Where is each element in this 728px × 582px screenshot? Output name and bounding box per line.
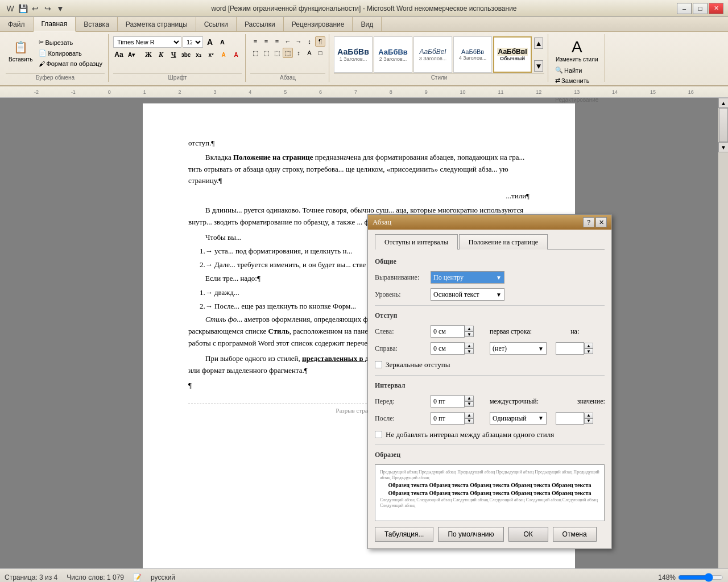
shading-button[interactable]: A <box>304 48 315 58</box>
increase-indent-button[interactable]: → <box>293 36 304 47</box>
znachenie-up[interactable]: ▲ <box>584 413 593 418</box>
sleva-up[interactable]: ▲ <box>465 326 474 331</box>
word-icon[interactable]: W <box>5 3 16 14</box>
style-h2[interactable]: АаБбВв 2 Заголов... <box>374 36 412 73</box>
tabulyaciya-button[interactable]: Табуляция... <box>375 527 433 542</box>
sleva-input[interactable]: 0 см <box>431 325 465 338</box>
align-right-button[interactable]: ⬚ <box>272 48 282 58</box>
tab-review[interactable]: Рецензирование <box>284 17 353 31</box>
window-title: word [Режим ограниченной функциональност… <box>211 5 516 13</box>
paste-button[interactable]: 📋 Вставить <box>6 36 35 64</box>
sprava-up[interactable]: ▲ <box>465 343 474 348</box>
after-input[interactable]: 0 пт <box>431 412 465 425</box>
font-color-button[interactable]: A <box>230 49 242 60</box>
line-spacing-select[interactable]: Одинарный ▼ <box>490 412 547 425</box>
show-formatting-button[interactable]: ¶ <box>315 36 325 47</box>
dialog-tab-position[interactable]: Положение на странице <box>459 234 548 250</box>
underline-button[interactable]: Ч <box>168 49 179 60</box>
sleva-down[interactable]: ▼ <box>465 331 474 337</box>
subscript-button[interactable]: x₂ <box>193 49 204 60</box>
cut-button[interactable]: ✂ Вырезать <box>36 38 105 47</box>
tab-mailings[interactable]: Рассылки <box>237 17 284 31</box>
sort-button[interactable]: ↕ <box>304 36 315 47</box>
before-up[interactable]: ▲ <box>465 396 474 401</box>
align-select[interactable]: По центру ▼ <box>431 271 504 284</box>
scroll-down-button[interactable]: ▼ <box>718 142 728 152</box>
tab-file[interactable]: Файл <box>0 17 34 31</box>
undo-button[interactable]: ↩ <box>30 3 41 14</box>
bold-button[interactable]: Ж <box>143 49 154 60</box>
level-select[interactable]: Основной текст ▼ <box>431 288 504 301</box>
sprava-down[interactable]: ▼ <box>465 348 474 354</box>
multilevel-list-button[interactable]: ≡ <box>272 36 282 47</box>
tab-insert[interactable]: Вставка <box>76 17 118 31</box>
scroll-up-button[interactable]: ▲ <box>718 98 728 108</box>
style-normal[interactable]: АаБбВвI Обычный <box>493 36 532 73</box>
change-case-button[interactable]: Aa <box>113 49 125 60</box>
copy-icon: 📄 <box>39 49 47 57</box>
before-down[interactable]: ▼ <box>465 401 474 407</box>
style-h1[interactable]: АаБбВв 1 Заголов... <box>334 36 373 73</box>
strikethrough-button[interactable]: зbc <box>180 49 192 60</box>
close-button[interactable]: ✕ <box>709 3 723 14</box>
quick-access-more[interactable]: ▼ <box>55 3 66 14</box>
align-justify-button[interactable]: ⬚ <box>283 48 293 58</box>
vertical-scrollbar[interactable]: ▲ ▼ <box>718 98 728 568</box>
document-scroll[interactable]: отступ.¶ Вкладка Положение на странице п… <box>0 98 718 568</box>
tab-references[interactable]: Ссылки <box>196 17 237 31</box>
znachenie-input[interactable] <box>556 412 584 425</box>
ok-button[interactable]: ОК <box>508 527 548 542</box>
scroll-track[interactable] <box>718 108 728 142</box>
no-interval-checkbox[interactable] <box>375 431 382 438</box>
na-up[interactable]: ▲ <box>584 343 593 348</box>
znachenie-down[interactable]: ▼ <box>584 418 593 424</box>
font-size-select[interactable]: 12 <box>183 36 203 48</box>
tab-view[interactable]: Вид <box>353 17 382 31</box>
styles-scroll-up[interactable]: ▲ <box>534 38 543 49</box>
align-left-button[interactable]: ⬚ <box>250 48 260 58</box>
redo-button[interactable]: ↪ <box>42 3 53 14</box>
minimize-button[interactable]: – <box>677 3 692 14</box>
change-styles-button[interactable]: A Изменить стили <box>553 36 601 64</box>
after-down[interactable]: ▼ <box>465 418 474 424</box>
superscript-button[interactable]: x² <box>205 49 217 60</box>
dialog-tab-intervals[interactable]: Отступы и интервалы <box>375 234 458 250</box>
save-button[interactable]: 💾 <box>17 3 28 14</box>
maximize-button[interactable]: □ <box>693 3 708 14</box>
default-button[interactable]: По умолчанию <box>438 527 503 542</box>
styles-scroll-down[interactable]: ▼ <box>534 60 543 72</box>
style-h3[interactable]: АаБбВеI 3 Заголов... <box>413 36 452 73</box>
before-input[interactable]: 0 пт <box>431 395 465 408</box>
zoom-slider[interactable] <box>678 573 723 582</box>
na-input[interactable] <box>556 342 584 355</box>
scroll-thumb[interactable] <box>719 108 728 142</box>
italic-button[interactable]: К <box>155 49 167 60</box>
format-painter-button[interactable]: 🖌 Формат по образцу <box>36 59 105 68</box>
bullet-list-button[interactable]: ≡ <box>250 36 260 47</box>
numbered-list-button[interactable]: ≡ <box>261 36 271 47</box>
first-row-label: первая строка: <box>490 326 532 336</box>
replace-button[interactable]: ⇄ Заменить <box>553 76 593 85</box>
mirror-checkbox[interactable] <box>375 361 382 368</box>
decrease-font-button[interactable]: A <box>217 36 228 48</box>
tab-home[interactable]: Главная <box>34 17 76 32</box>
after-up[interactable]: ▲ <box>465 413 474 418</box>
dialog-help-button[interactable]: ? <box>583 217 594 227</box>
font-name-select[interactable]: Times New R <box>113 36 181 48</box>
sprava-input[interactable]: 0 см <box>431 342 465 355</box>
align-center-button[interactable]: ⬚ <box>261 48 271 58</box>
copy-button[interactable]: 📄 Копировать <box>36 48 105 58</box>
increase-font-button[interactable]: A <box>204 36 216 48</box>
line-spacing-button[interactable]: ↕ <box>293 48 304 58</box>
clear-format-button[interactable]: A▾ <box>126 49 137 60</box>
decrease-indent-button[interactable]: ← <box>283 36 293 47</box>
find-button[interactable]: 🔍 Найти <box>553 65 593 75</box>
border-button[interactable]: □ <box>315 48 325 58</box>
style-h4[interactable]: АаБбВв 4 Заголов... <box>453 36 492 73</box>
tab-page-layout[interactable]: Разметка страницы <box>118 17 196 31</box>
first-row-select[interactable]: (нет) ▼ <box>490 342 547 355</box>
dialog-close-button[interactable]: ✕ <box>595 217 607 227</box>
highlight-button[interactable]: A <box>218 49 229 60</box>
cancel-button[interactable]: Отмена <box>553 527 597 542</box>
na-down[interactable]: ▼ <box>584 348 593 354</box>
